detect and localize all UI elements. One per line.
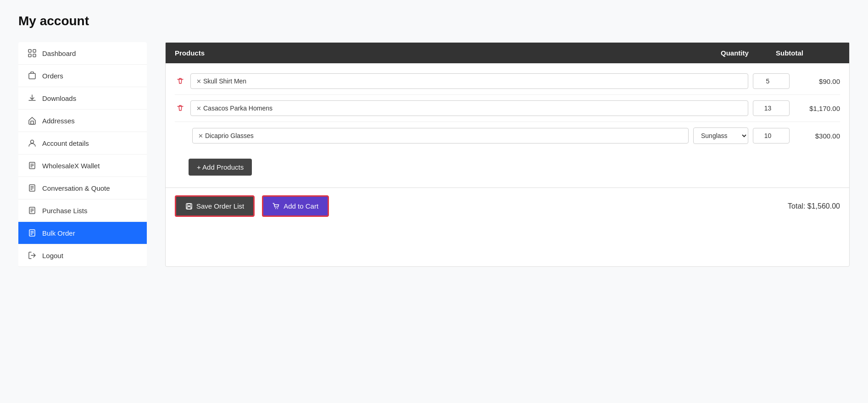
sidebar-item-orders[interactable]: Orders	[18, 65, 147, 87]
product-1-quantity[interactable]	[753, 73, 790, 89]
home-icon	[28, 116, 37, 125]
col-quantity: Quantity	[721, 49, 776, 57]
product-1-x-tag: ✕	[196, 78, 201, 85]
bag-icon	[28, 71, 37, 80]
sidebar-item-bulk-order[interactable]: Bulk Order	[18, 222, 147, 244]
sidebar-item-conversation-quote[interactable]: Conversation & Quote	[18, 177, 147, 199]
file-bulk-icon	[28, 228, 37, 237]
table-row: ✕ Sunglass Reading $300.00	[175, 122, 840, 149]
add-products-button[interactable]: + Add Products	[189, 159, 252, 176]
product-rows-container: ✕ $90.00 ✕	[166, 63, 849, 154]
product-3-input[interactable]	[205, 132, 683, 139]
product-1-input-wrapper[interactable]: ✕	[190, 73, 748, 89]
sidebar-item-downloads[interactable]: Downloads	[18, 87, 147, 110]
product-3-variant-select[interactable]: Sunglass Reading	[693, 127, 748, 144]
logout-icon	[28, 251, 37, 260]
product-1-subtotal: $90.00	[794, 77, 840, 85]
product-1-input[interactable]	[203, 77, 742, 85]
file-wallet-icon	[28, 161, 37, 170]
total-label: Total:	[788, 202, 805, 210]
col-subtotal: Subtotal	[776, 49, 840, 57]
svg-rect-2	[28, 54, 31, 57]
total-display: Total: $1,560.00	[788, 202, 840, 210]
save-order-list-button[interactable]: Save Order List	[175, 195, 255, 217]
svg-rect-0	[28, 50, 31, 52]
cart-icon	[273, 203, 280, 210]
file-quote-icon	[28, 183, 37, 193]
product-2-input[interactable]	[203, 105, 742, 112]
add-to-cart-button[interactable]: Add to Cart	[262, 195, 329, 217]
sidebar-item-label-purchase-lists: Purchase Lists	[42, 207, 87, 215]
table-header: Products Quantity Subtotal	[166, 43, 849, 63]
product-2-input-wrapper[interactable]: ✕	[190, 100, 748, 116]
product-3-quantity[interactable]	[753, 128, 790, 144]
sidebar-item-label-conversation-quote: Conversation & Quote	[42, 184, 110, 192]
col-products: Products	[175, 49, 721, 57]
save-icon	[185, 203, 193, 210]
sidebar-item-label-logout: Logout	[42, 252, 63, 259]
file-list-icon	[28, 206, 37, 215]
sidebar-item-label-addresses: Addresses	[42, 117, 75, 125]
person-icon	[28, 138, 37, 148]
sidebar-item-addresses[interactable]: Addresses	[18, 110, 147, 132]
svg-point-6	[31, 140, 34, 144]
sidebar-item-dashboard[interactable]: Dashboard	[18, 42, 147, 65]
save-order-list-label: Save Order List	[196, 202, 244, 210]
svg-rect-5	[31, 121, 33, 124]
svg-rect-1	[33, 50, 36, 52]
product-2-x-tag: ✕	[196, 105, 201, 112]
sidebar-item-label-orders: Orders	[42, 72, 63, 80]
delete-row-2-button[interactable]	[175, 103, 186, 114]
sidebar-item-wholesalex-wallet[interactable]: WholesaleX Wallet	[18, 155, 147, 177]
product-2-quantity[interactable]	[753, 100, 790, 116]
add-products-wrapper: + Add Products	[166, 154, 849, 188]
sidebar-item-label-account-details: Account details	[42, 139, 89, 147]
sidebar-item-label-dashboard: Dashboard	[42, 50, 76, 57]
delete-row-1-button[interactable]	[175, 76, 186, 87]
sidebar-item-account-details[interactable]: Account details	[18, 132, 147, 155]
add-products-label: + Add Products	[197, 163, 244, 171]
sidebar-item-purchase-lists[interactable]: Purchase Lists	[18, 199, 147, 222]
product-3-subtotal: $300.00	[794, 132, 840, 140]
sidebar: Dashboard Orders Downl	[18, 42, 147, 267]
sidebar-item-label-bulk-order: Bulk Order	[42, 229, 75, 237]
product-2-subtotal: $1,170.00	[794, 105, 840, 112]
svg-point-26	[275, 208, 276, 209]
page-title: My account	[18, 14, 850, 28]
svg-point-27	[277, 208, 278, 209]
sidebar-item-label-downloads: Downloads	[42, 94, 76, 102]
bulk-order-panel: Products Quantity Subtotal ✕	[165, 42, 850, 267]
total-value: $1,560.00	[807, 202, 840, 210]
table-row: ✕ $90.00	[175, 68, 840, 95]
product-3-input-wrapper[interactable]: ✕	[192, 128, 689, 144]
product-3-x-tag: ✕	[198, 132, 203, 139]
svg-rect-3	[33, 54, 36, 57]
svg-rect-4	[29, 73, 35, 79]
add-to-cart-label: Add to Cart	[284, 202, 318, 210]
sidebar-item-logout[interactable]: Logout	[18, 244, 147, 267]
table-row: ✕ $1,170.00	[175, 95, 840, 122]
grid-icon	[28, 49, 37, 58]
download-icon	[28, 94, 37, 103]
sidebar-item-label-wholesalex-wallet: WholesaleX Wallet	[42, 162, 100, 170]
footer-row: Save Order List Add to Cart Total: $1,56…	[166, 188, 849, 224]
